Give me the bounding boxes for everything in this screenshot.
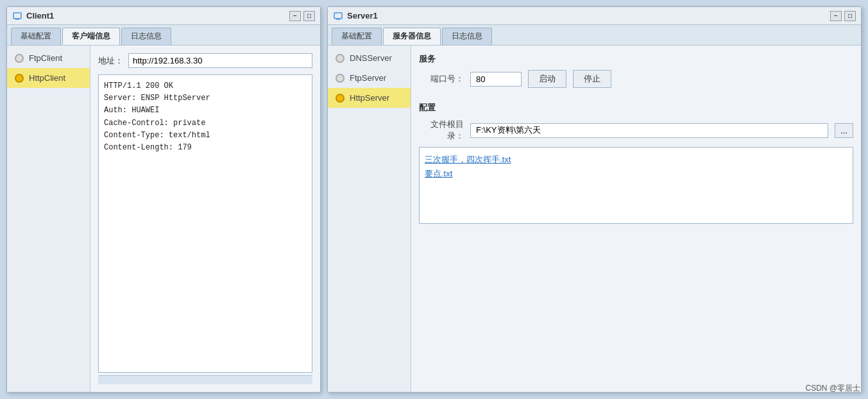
client-title: Client1	[12, 11, 54, 21]
client-tab-client-info[interactable]: 客户端信息	[62, 28, 120, 45]
sidebar-item-ftp-label: FtpClient	[29, 53, 62, 63]
stop-button[interactable]: 停止	[573, 70, 611, 88]
client-window-controls: − □	[289, 11, 315, 21]
address-input[interactable]	[128, 53, 312, 68]
file-list-box: 三次握手，四次挥手.txt 要点.txt	[419, 147, 853, 224]
client-window: Client1 − □ 基础配置 客户端信息 日志信息 FtpClient Ht…	[6, 6, 321, 393]
svg-rect-0	[13, 13, 21, 19]
server-sidebar: DNSServer FtpServer HttpServer	[328, 46, 411, 392]
client-window-body: FtpClient HttpClient 地址： HTTP/1.1 200 OK…	[7, 46, 320, 392]
server-maximize-button[interactable]: □	[844, 11, 856, 21]
dir-label: 文件根目录：	[419, 119, 464, 142]
sidebar-item-dns-label: DNSServer	[350, 53, 392, 63]
start-button[interactable]: 启动	[528, 70, 566, 88]
server-tab-server-info[interactable]: 服务器信息	[383, 28, 441, 45]
ftp-server-icon	[336, 74, 345, 83]
sidebar-item-ftp-server-label: FtpServer	[350, 73, 386, 83]
file-item-1[interactable]: 要点.txt	[425, 167, 847, 181]
client-tab-bar: 基础配置 客户端信息 日志信息	[7, 25, 320, 46]
sidebar-item-http-label: HttpClient	[29, 73, 65, 83]
file-link-1[interactable]: 要点.txt	[425, 169, 452, 178]
client-title-text: Client1	[26, 11, 54, 21]
sidebar-item-ftp[interactable]: FtpClient	[7, 48, 90, 68]
client-titlebar: Client1 − □	[7, 7, 320, 25]
server-window: Server1 − □ 基础配置 服务器信息 日志信息 DNSServer Ft…	[327, 6, 862, 393]
server-tab-log[interactable]: 日志信息	[442, 28, 492, 45]
sidebar-item-http[interactable]: HttpClient	[7, 68, 90, 88]
sidebar-item-http-server[interactable]: HttpServer	[328, 88, 411, 108]
svg-rect-3	[334, 13, 342, 19]
server-content: 服务 端口号： 启动 停止 配置 文件根目录： ... 三次	[411, 46, 861, 392]
ftp-icon	[15, 54, 24, 63]
maximize-button[interactable]: □	[303, 11, 315, 21]
client-tab-basic[interactable]: 基础配置	[11, 28, 61, 45]
scrollbar[interactable]	[98, 375, 312, 384]
service-section-title: 服务	[419, 53, 853, 65]
server-icon	[333, 11, 343, 21]
watermark: CSDN @零居士	[805, 383, 860, 394]
server-titlebar: Server1 − □	[328, 7, 861, 25]
dir-input[interactable]	[470, 123, 828, 138]
file-item-0[interactable]: 三次握手，四次挥手.txt	[425, 153, 847, 167]
sidebar-item-http-server-label: HttpServer	[350, 93, 389, 103]
sidebar-item-ftp-server[interactable]: FtpServer	[328, 68, 411, 88]
sidebar-item-dns[interactable]: DNSServer	[328, 48, 411, 68]
server-title-text: Server1	[347, 11, 378, 21]
client-tab-log[interactable]: 日志信息	[121, 28, 171, 45]
client-content: 地址： HTTP/1.1 200 OK Server: ENSP HttpSer…	[90, 46, 320, 392]
address-row: 地址：	[98, 53, 312, 68]
server-tab-basic[interactable]: 基础配置	[332, 28, 382, 45]
server-tab-bar: 基础配置 服务器信息 日志信息	[328, 25, 861, 46]
server-window-controls: − □	[830, 11, 856, 21]
dns-icon	[336, 54, 345, 63]
address-label: 地址：	[98, 55, 123, 67]
minimize-button[interactable]: −	[289, 11, 301, 21]
server-window-body: DNSServer FtpServer HttpServer 服务 端口号： 启…	[328, 46, 861, 392]
dir-row: 文件根目录： ...	[419, 119, 853, 142]
port-label: 端口号：	[419, 73, 464, 85]
server-minimize-button[interactable]: −	[830, 11, 842, 21]
server-title: Server1	[333, 11, 378, 21]
service-section: 服务 端口号： 启动 停止	[419, 53, 853, 93]
client-sidebar: FtpClient HttpClient	[7, 46, 90, 392]
port-row: 端口号： 启动 停止	[419, 70, 853, 88]
http-server-icon	[336, 94, 345, 103]
port-input[interactable]	[470, 72, 522, 87]
browse-button[interactable]: ...	[835, 123, 853, 138]
file-link-0[interactable]: 三次握手，四次挥手.txt	[425, 155, 511, 164]
client-icon	[12, 11, 22, 21]
response-box: HTTP/1.1 200 OK Server: ENSP HttpServer …	[98, 74, 312, 373]
config-section-title: 配置	[419, 102, 853, 114]
http-icon	[15, 74, 24, 83]
config-section: 配置 文件根目录： ... 三次握手，四次挥手.txt 要点.txt	[419, 102, 853, 224]
